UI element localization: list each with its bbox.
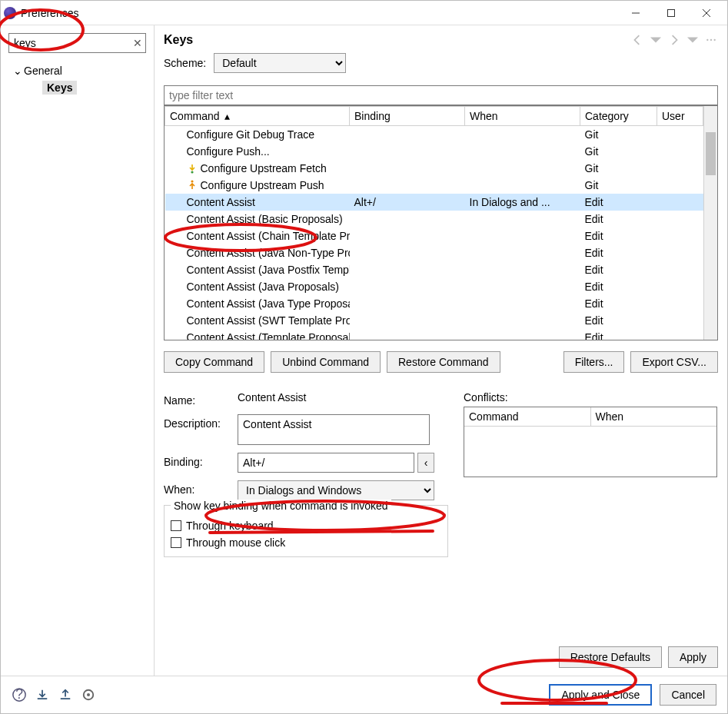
command-cell: Content Assist (Template Proposals) — [187, 331, 350, 340]
table-row[interactable]: Content AssistAlt+/In Dialogs and ...Edi… — [165, 194, 703, 211]
apply-and-close-button[interactable]: Apply and Close — [549, 684, 652, 706]
table-row[interactable]: Content Assist (Chain Template Proposals… — [165, 227, 703, 244]
user-cell — [657, 211, 703, 227]
user-cell — [657, 244, 703, 261]
export-icon[interactable] — [58, 687, 73, 702]
table-scrollbar[interactable] — [703, 106, 717, 340]
col-binding[interactable]: Binding — [350, 107, 465, 126]
binding-cell — [350, 295, 465, 312]
push-icon — [187, 180, 198, 191]
binding-cell — [350, 227, 465, 244]
through-keyboard-checkbox[interactable] — [171, 520, 181, 531]
table-row[interactable]: Content Assist (Basic Proposals)Edit — [165, 211, 703, 227]
binding-caret-button[interactable]: ‹ — [417, 453, 434, 473]
user-cell — [657, 126, 703, 143]
copy-command-button[interactable]: Copy Command — [164, 351, 264, 373]
when-cell — [465, 211, 580, 227]
back-menu-icon[interactable] — [649, 33, 663, 47]
preferences-tree[interactable]: ⌄ General Keys — [8, 62, 146, 96]
cancel-button[interactable]: Cancel — [660, 684, 716, 706]
when-cell — [465, 160, 580, 177]
table-row[interactable]: Configure Push...Git — [165, 143, 703, 160]
back-button[interactable] — [630, 33, 644, 47]
sidebar: ✕ ⌄ General Keys — [1, 25, 155, 676]
col-when[interactable]: When — [465, 107, 580, 126]
command-cell: Configure Upstream Fetch — [201, 162, 327, 174]
table-row[interactable]: Content Assist (Java Type Proposals)Edit — [165, 295, 703, 312]
keys-filter-input[interactable] — [164, 85, 718, 105]
command-cell: Content Assist (Java Non-Type Proposals) — [187, 247, 350, 259]
restore-command-button[interactable]: Restore Command — [387, 351, 500, 373]
description-label: Description: — [164, 414, 233, 430]
binding-cell — [350, 261, 465, 278]
table-row[interactable]: Configure Git Debug TraceGit — [165, 126, 703, 143]
binding-cell — [350, 211, 465, 227]
table-row[interactable]: Configure Upstream FetchGit — [165, 160, 703, 177]
binding-input[interactable] — [238, 453, 414, 473]
sort-asc-icon: ▴ — [224, 110, 230, 122]
when-select[interactable]: In Dialogs and Windows — [238, 480, 434, 500]
filters-button[interactable]: Filters... — [563, 351, 625, 373]
svg-point-7 — [191, 171, 193, 173]
conflicts-table[interactable]: Command When — [464, 407, 717, 477]
when-cell — [465, 295, 580, 312]
table-row[interactable]: Content Assist (Java Proposals)Edit — [165, 278, 703, 295]
import-icon[interactable] — [35, 687, 50, 702]
command-cell: Content Assist (SWT Template Proposals) — [187, 314, 350, 327]
user-cell — [657, 177, 703, 194]
binding-cell — [350, 126, 465, 143]
user-cell — [657, 312, 703, 329]
table-row[interactable]: Content Assist (Template Proposals)Edit — [165, 329, 703, 340]
command-cell: Content Assist (Java Postfix Template Pr… — [187, 264, 350, 276]
minimize-button[interactable] — [618, 2, 653, 25]
close-button[interactable] — [689, 2, 724, 25]
table-row[interactable]: Content Assist (SWT Template Proposals)E… — [165, 312, 703, 329]
tree-item-general[interactable]: ⌄ General — [8, 62, 146, 79]
scheme-select[interactable]: Default — [214, 53, 346, 73]
when-label: When: — [164, 480, 233, 496]
preferences-dialog: Preferences ✕ ⌄ General Keys — [0, 0, 728, 714]
table-row[interactable]: Configure Upstream PushGit — [165, 177, 703, 194]
category-cell: Edit — [580, 261, 657, 278]
binding-cell — [350, 278, 465, 295]
forward-button[interactable] — [667, 33, 681, 47]
category-cell: Edit — [580, 278, 657, 295]
chevron-down-icon: ⌄ — [13, 65, 21, 77]
through-mouse-label: Through mouse click — [186, 536, 285, 549]
window-title: Preferences — [21, 7, 78, 19]
conflicts-col-command[interactable]: Command — [464, 407, 591, 427]
maximize-button[interactable] — [653, 2, 689, 25]
help-icon[interactable]: ? — [12, 687, 27, 702]
svg-rect-1 — [668, 9, 675, 16]
user-cell — [657, 329, 703, 340]
binding-cell — [350, 177, 465, 194]
command-cell: Content Assist (Java Type Proposals) — [187, 297, 350, 310]
user-cell — [657, 261, 703, 278]
col-command[interactable]: Command▴ — [165, 107, 350, 126]
unbind-command-button[interactable]: Unbind Command — [271, 351, 381, 373]
forward-menu-icon[interactable] — [686, 33, 700, 47]
table-row[interactable]: Content Assist (Java Postfix Template Pr… — [165, 261, 703, 278]
apply-button[interactable]: Apply — [668, 646, 718, 668]
category-cell: Edit — [580, 329, 657, 340]
export-csv-button[interactable]: Export CSV... — [630, 351, 718, 373]
table-row[interactable]: Content Assist (Java Non-Type Proposals)… — [165, 244, 703, 261]
oomph-icon[interactable] — [81, 687, 96, 702]
through-mouse-checkbox[interactable] — [171, 537, 181, 548]
category-cell: Git — [580, 126, 657, 143]
conflicts-col-when[interactable]: When — [591, 407, 717, 427]
binding-cell — [350, 143, 465, 160]
tree-item-keys[interactable]: Keys — [8, 79, 146, 96]
clear-filter-icon[interactable]: ✕ — [132, 38, 143, 48]
col-user[interactable]: User — [657, 107, 703, 126]
description-field[interactable]: Content Assist — [238, 414, 430, 445]
col-category[interactable]: Category — [580, 107, 657, 126]
dialog-footer: ? Apply and Close Cancel — [1, 676, 727, 713]
restore-defaults-button[interactable]: Restore Defaults — [559, 646, 662, 668]
sidebar-filter-input[interactable] — [8, 33, 146, 53]
view-menu-icon[interactable] — [704, 33, 718, 47]
command-cell: Configure Upstream Push — [201, 179, 324, 191]
when-cell — [465, 227, 580, 244]
svg-point-8 — [191, 180, 193, 182]
when-cell — [465, 244, 580, 261]
